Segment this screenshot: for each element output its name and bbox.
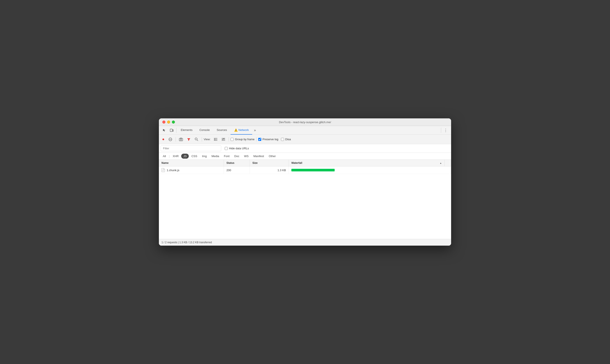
svg-rect-0	[170, 129, 172, 131]
col-header-name: Name	[159, 160, 224, 166]
devtools-menu-button[interactable]: ⋮	[442, 127, 449, 134]
tab-bar: Elements Console Sources ⚠️ Network » ⋮	[159, 126, 451, 135]
tab-elements[interactable]: Elements	[177, 126, 196, 135]
preserve-log-checkbox[interactable]	[258, 138, 261, 141]
col-header-waterfall: Waterfall ▲	[289, 160, 445, 166]
status-bar: 1 / 2 requests | 1.3 KB / 13.2 KB transf…	[159, 239, 451, 246]
cell-name-text: 1.chunk.js	[167, 169, 180, 172]
col-header-extra	[445, 160, 451, 166]
tab-sources[interactable]: Sources	[213, 126, 231, 135]
toolbar-divider-1	[176, 137, 176, 142]
clear-button[interactable]	[167, 136, 174, 143]
type-filter-xhr[interactable]: XHR	[170, 154, 181, 159]
type-filter-row: All | XHR JS CSS Img Media Font Doc WS M…	[159, 153, 451, 160]
view-label: View:	[204, 138, 211, 141]
list-view-button[interactable]	[212, 137, 219, 142]
traffic-lights	[162, 120, 175, 124]
group-by-frame-label: Group by frame	[235, 138, 254, 141]
cursor-icon	[162, 128, 166, 132]
waterfall-view-button[interactable]	[220, 137, 227, 142]
search-icon	[195, 137, 198, 141]
type-filter-js[interactable]: JS	[181, 154, 189, 159]
svg-point-5	[180, 139, 182, 140]
filter-input[interactable]	[161, 145, 221, 151]
svg-point-7	[195, 138, 197, 140]
type-filter-font[interactable]: Font	[222, 154, 232, 159]
type-filter-img[interactable]: Img	[200, 154, 209, 159]
cell-name: 1.chunk.js	[159, 166, 224, 174]
type-filter-css[interactable]: CSS	[189, 154, 199, 159]
filter-button[interactable]	[185, 136, 192, 143]
svg-rect-16	[162, 169, 164, 171]
network-toolbar: ●	[159, 135, 451, 144]
col-header-size: Size	[250, 160, 289, 166]
toolbar-divider-4	[256, 137, 257, 142]
sort-arrow-icon: ▲	[440, 162, 442, 164]
table-header: Name Status Size Waterfall ▲	[159, 160, 451, 166]
preserve-log-label: Preserve log	[263, 138, 278, 141]
tab-network[interactable]: ⚠️ Network	[231, 126, 252, 135]
title-bar: DevTools - react-lazy-suspense.glitch.me…	[159, 118, 451, 126]
network-warning-icon: ⚠️	[234, 128, 238, 132]
filter-row: Hide data URLs	[159, 144, 451, 153]
type-filter-other[interactable]: Other	[267, 154, 278, 159]
empty-rows	[159, 174, 451, 239]
record-button[interactable]: ●	[161, 136, 166, 143]
minimize-button[interactable]	[167, 120, 170, 124]
hide-data-urls-group[interactable]: Hide data URLs	[225, 147, 249, 150]
list-view-icon	[214, 138, 218, 141]
type-filter-manifest[interactable]: Manifest	[251, 154, 266, 159]
status-text: 1 / 2 requests | 1.3 KB / 13.2 KB transf…	[161, 241, 212, 244]
type-filter-all[interactable]: All	[161, 154, 168, 159]
file-icon	[161, 168, 165, 172]
disable-cache-label: Disa	[285, 138, 291, 141]
type-filter-doc[interactable]: Doc	[232, 154, 241, 159]
device-icon	[170, 128, 174, 132]
svg-rect-1	[172, 130, 173, 131]
device-toggle-button[interactable]	[168, 127, 175, 133]
cell-status: 200	[224, 166, 250, 174]
camera-button[interactable]	[178, 136, 184, 143]
preserve-log-group[interactable]: Preserve log	[258, 138, 278, 141]
close-button[interactable]	[162, 120, 165, 124]
group-by-frame-checkbox[interactable]	[231, 138, 234, 141]
tab-more-button[interactable]: »	[252, 128, 258, 132]
search-button[interactable]	[193, 136, 200, 143]
tab-divider-left	[176, 128, 176, 133]
type-filter-ws[interactable]: WS	[242, 154, 251, 159]
toolbar-divider-3	[229, 137, 229, 142]
group-by-frame-group[interactable]: Group by frame	[231, 138, 254, 141]
hide-data-urls-checkbox[interactable]	[225, 147, 228, 150]
cell-waterfall	[289, 166, 445, 174]
camera-icon	[179, 137, 183, 141]
type-filter-media[interactable]: Media	[209, 154, 221, 159]
maximize-button[interactable]	[172, 120, 175, 124]
table-row[interactable]: 1.chunk.js 200 1.3 KB	[159, 166, 451, 174]
network-table: Name Status Size Waterfall ▲	[159, 160, 451, 239]
filter-icon	[187, 137, 191, 141]
window-title: DevTools - react-lazy-suspense.glitch.me…	[279, 120, 331, 124]
inspect-element-button[interactable]	[161, 127, 168, 133]
svg-line-8	[197, 140, 198, 141]
devtools-window: DevTools - react-lazy-suspense.glitch.me…	[159, 118, 451, 246]
disable-cache-group[interactable]: Disa	[281, 138, 291, 141]
hide-data-urls-label: Hide data URLs	[229, 147, 249, 150]
disable-cache-checkbox[interactable]	[281, 138, 284, 141]
tab-console[interactable]: Console	[196, 126, 213, 135]
devtools-body: Elements Console Sources ⚠️ Network » ⋮ …	[159, 126, 451, 246]
cell-size: 1.3 KB	[250, 166, 289, 174]
cell-extra	[445, 166, 451, 174]
clear-icon	[169, 137, 172, 141]
col-header-status: Status	[224, 160, 250, 166]
waterfall-view-icon	[221, 138, 225, 141]
waterfall-bar	[291, 169, 335, 171]
tab-divider-right	[441, 128, 441, 133]
svg-rect-4	[179, 138, 183, 141]
